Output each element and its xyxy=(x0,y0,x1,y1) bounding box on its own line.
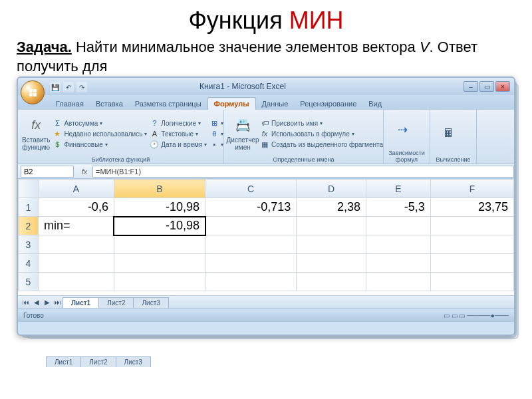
financial-button[interactable]: $Финансовые▾ xyxy=(53,140,147,149)
sheet-nav-first-icon[interactable]: ⏮ xyxy=(21,299,31,306)
tab-formulas[interactable]: Формулы xyxy=(207,97,256,110)
fx-label-icon[interactable]: fx xyxy=(76,168,92,176)
cell-c1[interactable]: -0,713 xyxy=(205,198,297,217)
tab-data[interactable]: Данные xyxy=(256,98,295,110)
cell-c2[interactable] xyxy=(205,217,297,235)
cell-f1[interactable]: 23,75 xyxy=(430,198,513,217)
sheet-nav-prev-icon[interactable]: ◀ xyxy=(31,299,42,306)
lookup-icon: ⊞ xyxy=(209,118,219,128)
lookup-button[interactable]: ⊞▾ xyxy=(209,118,223,128)
row-header-5[interactable]: 5 xyxy=(19,273,39,291)
col-header-b[interactable]: B xyxy=(114,180,205,198)
calculation-button[interactable]: 🖩 xyxy=(434,112,464,156)
tab-view[interactable]: Вид xyxy=(362,98,388,110)
sigma-icon: Σ xyxy=(53,118,62,128)
undo-icon[interactable]: ↶ xyxy=(63,82,74,92)
ribbon-group-names: 📇 Диспетчер имен 🏷Присвоить имя▾ fxИспол… xyxy=(224,110,384,164)
more-icon: ▪ xyxy=(209,140,219,149)
tab-layout[interactable]: Разметка страницы xyxy=(129,98,207,110)
tab-insert[interactable]: Вставка xyxy=(90,98,129,110)
col-header-a[interactable]: A xyxy=(39,180,114,198)
ribbon-group-audit: ⇢ Зависимости формул xyxy=(384,110,430,164)
table-row: 5 xyxy=(19,273,514,291)
money-icon: $ xyxy=(53,140,62,149)
sheet-tab-strip: ⏮ ◀ ▶ ⏭ Лист1 Лист2 Лист3 xyxy=(18,295,514,309)
group-label-audit: Зависимости формул xyxy=(388,149,426,163)
tab-review[interactable]: Рецензирование xyxy=(294,98,362,110)
col-header-d[interactable]: D xyxy=(297,180,366,198)
window-controls: – ▭ × xyxy=(464,81,510,92)
excel-window: 💾 ↶ ↷ Книга1 - Microsoft Excel – ▭ × Гла… xyxy=(17,76,515,336)
task-label: Задача. xyxy=(17,39,72,55)
name-manager-button[interactable]: 📇 Диспетчер имен xyxy=(228,112,257,156)
row-header-3[interactable]: 3 xyxy=(19,235,39,254)
define-name-button[interactable]: 🏷Присвоить имя▾ xyxy=(260,118,383,128)
table-row: 3 xyxy=(19,235,514,254)
save-icon[interactable]: 💾 xyxy=(50,82,61,92)
cell-e1[interactable]: -5,3 xyxy=(366,198,431,217)
select-all-corner[interactable] xyxy=(19,180,39,198)
zoom-controls[interactable]: ▭ ▭ ▭ ─────●─── xyxy=(444,312,509,319)
insert-function-button[interactable]: fx Вставить функцию xyxy=(22,112,50,156)
close-button[interactable]: × xyxy=(495,81,510,92)
cell-f2[interactable] xyxy=(430,217,513,235)
name-box[interactable]: B2 xyxy=(21,166,74,178)
ribbon-group-library: fx Вставить функцию ΣАвтосумма▾ ★Недавно… xyxy=(18,110,224,164)
datetime-button[interactable]: 🕐Дата и время▾ xyxy=(150,140,207,149)
group-label-calc: Вычисление xyxy=(434,156,472,163)
formula-audit-button[interactable]: ⇢ xyxy=(388,112,417,149)
create-from-selection-button[interactable]: ▦Создать из выделенного фрагмента xyxy=(260,140,383,149)
cell-b1[interactable]: -10,98 xyxy=(114,198,205,217)
formula-input[interactable]: =МИН(B1:F1) xyxy=(92,166,514,178)
table-row: 1 -0,6 -10,98 -0,713 2,38 -5,3 23,75 xyxy=(19,198,514,217)
redo-icon[interactable]: ↷ xyxy=(76,82,87,92)
row-header-1[interactable]: 1 xyxy=(19,198,39,217)
math-button[interactable]: θ▾ xyxy=(209,129,223,138)
office-button[interactable] xyxy=(21,80,45,104)
office-logo-icon xyxy=(29,89,37,96)
audit-icon: ⇢ xyxy=(393,121,412,140)
sheet-tab-3[interactable]: Лист3 xyxy=(133,297,168,308)
col-header-e[interactable]: E xyxy=(366,180,431,198)
status-text: Готово xyxy=(23,312,44,319)
manager-icon: 📇 xyxy=(233,116,252,135)
minimize-button[interactable]: – xyxy=(464,81,478,92)
sheet-nav-next-icon[interactable]: ▶ xyxy=(42,299,53,306)
more-button[interactable]: ▪▾ xyxy=(209,140,223,149)
theta-icon: θ xyxy=(209,129,219,138)
table-row: 2 min= -10,98 xyxy=(19,217,514,235)
cell-e2[interactable] xyxy=(366,217,431,235)
title-bar: Книга1 - Microsoft Excel – ▭ × xyxy=(18,78,514,95)
slide: Функция МИН Задача. Найти минимальное зн… xyxy=(0,0,532,399)
sheet-nav-last-icon[interactable]: ⏭ xyxy=(53,299,63,306)
vector-name: V xyxy=(420,39,430,55)
group-label-names: Определенные имена xyxy=(228,156,379,163)
fx-small-icon: fx xyxy=(260,129,269,138)
col-header-f[interactable]: F xyxy=(430,180,513,198)
tab-home[interactable]: Главная xyxy=(50,98,90,110)
spreadsheet-grid[interactable]: A B C D E F 1 -0,6 -10,98 -0,713 2,38 -5… xyxy=(18,179,514,295)
title-text-1: Функция xyxy=(188,7,289,34)
cell-a2[interactable]: min= xyxy=(39,217,114,235)
col-header-c[interactable]: C xyxy=(205,180,297,198)
sheet-tab-2[interactable]: Лист2 xyxy=(98,297,134,308)
maximize-button[interactable]: ▭ xyxy=(479,81,494,92)
row-header-4[interactable]: 4 xyxy=(19,254,39,273)
cell-d1[interactable]: 2,38 xyxy=(297,198,366,217)
slide-title: Функция МИН xyxy=(0,0,532,38)
cell-d2[interactable] xyxy=(297,217,366,235)
cell-b2-selected[interactable]: -10,98 xyxy=(114,217,205,235)
table-row: 4 xyxy=(19,254,514,273)
recent-button[interactable]: ★Недавно использовались▾ xyxy=(53,129,147,138)
document-title: Книга1 - Microsoft Excel xyxy=(22,82,464,91)
logical-button[interactable]: ?Логические▾ xyxy=(150,118,207,128)
background-sheet-tabs: Лист1 Лист2 Лист3 xyxy=(47,356,151,367)
cell-a1[interactable]: -0,6 xyxy=(39,198,114,217)
autosum-button[interactable]: ΣАвтосумма▾ xyxy=(53,118,147,128)
ribbon: fx Вставить функцию ΣАвтосумма▾ ★Недавно… xyxy=(18,110,514,164)
text-button[interactable]: AТекстовые▾ xyxy=(150,129,207,138)
use-in-formula-button[interactable]: fxИспользовать в формуле▾ xyxy=(260,129,383,138)
row-header-2[interactable]: 2 xyxy=(19,217,39,235)
title-text-2: МИН xyxy=(289,7,344,34)
sheet-tab-1[interactable]: Лист1 xyxy=(63,297,99,308)
